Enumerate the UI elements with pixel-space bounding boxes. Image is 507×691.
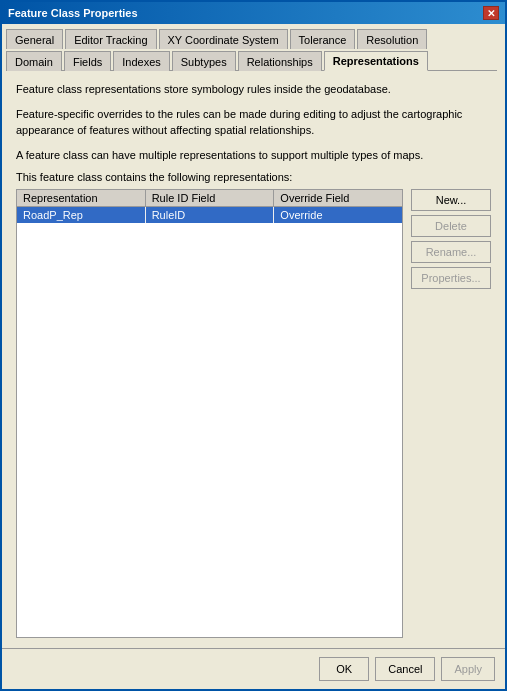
table-label: This feature class contains the followin… [16, 171, 491, 183]
tabs-container: General Editor Tracking XY Coordinate Sy… [2, 24, 505, 71]
new-button[interactable]: New... [411, 189, 491, 211]
representations-table[interactable]: Representation Rule ID Field Override Fi… [16, 189, 403, 638]
rename-button[interactable]: Rename... [411, 241, 491, 263]
tab-general[interactable]: General [6, 29, 63, 49]
cell-representation: RoadP_Rep [17, 207, 146, 223]
table-row[interactable]: RoadP_Rep RuleID Override [17, 207, 402, 223]
tab-row-1: General Editor Tracking XY Coordinate Sy… [6, 28, 501, 48]
representations-area: Representation Rule ID Field Override Fi… [16, 189, 491, 638]
tab-tolerance[interactable]: Tolerance [290, 29, 356, 49]
col-override: Override Field [274, 190, 402, 206]
cell-rule-id: RuleID [146, 207, 275, 223]
tab-resolution[interactable]: Resolution [357, 29, 427, 49]
content-area: Feature class representations store symb… [2, 71, 505, 648]
table-header: Representation Rule ID Field Override Fi… [17, 190, 402, 207]
tab-row-2: Domain Fields Indexes Subtypes Relations… [6, 50, 501, 70]
tab-fields[interactable]: Fields [64, 51, 111, 71]
para3: A feature class can have multiple repres… [16, 147, 491, 164]
para1: Feature class representations store symb… [16, 81, 491, 98]
close-button[interactable]: ✕ [483, 6, 499, 20]
para2: Feature-specific overrides to the rules … [16, 106, 491, 139]
footer-bar: OK Cancel Apply [2, 648, 505, 689]
side-buttons: New... Delete Rename... Properties... [411, 189, 491, 638]
delete-button[interactable]: Delete [411, 215, 491, 237]
col-representation: Representation [17, 190, 146, 206]
feature-class-properties-dialog: Feature Class Properties ✕ General Edito… [0, 0, 507, 691]
ok-button[interactable]: OK [319, 657, 369, 681]
col-rule-id: Rule ID Field [146, 190, 275, 206]
tab-xy-coordinate[interactable]: XY Coordinate System [159, 29, 288, 49]
tab-relationships[interactable]: Relationships [238, 51, 322, 71]
tab-representations[interactable]: Representations [324, 51, 428, 71]
tab-editor-tracking[interactable]: Editor Tracking [65, 29, 156, 49]
apply-button[interactable]: Apply [441, 657, 495, 681]
cell-override: Override [274, 207, 402, 223]
cancel-button[interactable]: Cancel [375, 657, 435, 681]
tab-subtypes[interactable]: Subtypes [172, 51, 236, 71]
tab-indexes[interactable]: Indexes [113, 51, 170, 71]
tab-domain[interactable]: Domain [6, 51, 62, 71]
properties-button[interactable]: Properties... [411, 267, 491, 289]
title-bar: Feature Class Properties ✕ [2, 2, 505, 24]
dialog-title: Feature Class Properties [8, 7, 138, 19]
